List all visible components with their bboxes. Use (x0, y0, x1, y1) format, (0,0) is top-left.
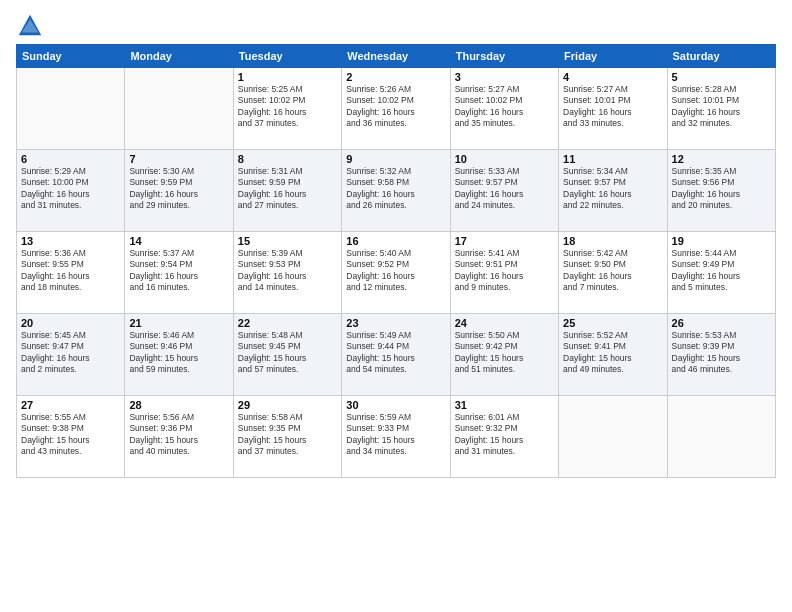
day-number: 7 (129, 153, 228, 165)
day-number: 30 (346, 399, 445, 411)
calendar-header-monday: Monday (125, 45, 233, 68)
day-info: Sunrise: 5:56 AM Sunset: 9:36 PM Dayligh… (129, 412, 228, 458)
calendar-cell (559, 396, 667, 478)
day-info: Sunrise: 5:37 AM Sunset: 9:54 PM Dayligh… (129, 248, 228, 294)
calendar-week-1: 1Sunrise: 5:25 AM Sunset: 10:02 PM Dayli… (17, 68, 776, 150)
day-info: Sunrise: 5:25 AM Sunset: 10:02 PM Daylig… (238, 84, 337, 130)
calendar-cell: 17Sunrise: 5:41 AM Sunset: 9:51 PM Dayli… (450, 232, 558, 314)
calendar-cell: 18Sunrise: 5:42 AM Sunset: 9:50 PM Dayli… (559, 232, 667, 314)
calendar-cell (125, 68, 233, 150)
calendar-cell: 9Sunrise: 5:32 AM Sunset: 9:58 PM Daylig… (342, 150, 450, 232)
calendar-cell: 21Sunrise: 5:46 AM Sunset: 9:46 PM Dayli… (125, 314, 233, 396)
calendar-cell: 29Sunrise: 5:58 AM Sunset: 9:35 PM Dayli… (233, 396, 341, 478)
day-number: 17 (455, 235, 554, 247)
day-info: Sunrise: 5:46 AM Sunset: 9:46 PM Dayligh… (129, 330, 228, 376)
calendar-cell: 15Sunrise: 5:39 AM Sunset: 9:53 PM Dayli… (233, 232, 341, 314)
calendar-cell: 8Sunrise: 5:31 AM Sunset: 9:59 PM Daylig… (233, 150, 341, 232)
calendar-cell: 1Sunrise: 5:25 AM Sunset: 10:02 PM Dayli… (233, 68, 341, 150)
day-number: 1 (238, 71, 337, 83)
day-number: 11 (563, 153, 662, 165)
day-info: Sunrise: 5:52 AM Sunset: 9:41 PM Dayligh… (563, 330, 662, 376)
day-number: 18 (563, 235, 662, 247)
calendar-cell: 10Sunrise: 5:33 AM Sunset: 9:57 PM Dayli… (450, 150, 558, 232)
day-info: Sunrise: 5:29 AM Sunset: 10:00 PM Daylig… (21, 166, 120, 212)
day-info: Sunrise: 5:53 AM Sunset: 9:39 PM Dayligh… (672, 330, 771, 376)
day-info: Sunrise: 5:36 AM Sunset: 9:55 PM Dayligh… (21, 248, 120, 294)
calendar-cell: 16Sunrise: 5:40 AM Sunset: 9:52 PM Dayli… (342, 232, 450, 314)
day-info: Sunrise: 5:33 AM Sunset: 9:57 PM Dayligh… (455, 166, 554, 212)
day-info: Sunrise: 5:40 AM Sunset: 9:52 PM Dayligh… (346, 248, 445, 294)
day-number: 5 (672, 71, 771, 83)
calendar-cell: 2Sunrise: 5:26 AM Sunset: 10:02 PM Dayli… (342, 68, 450, 150)
day-info: Sunrise: 5:49 AM Sunset: 9:44 PM Dayligh… (346, 330, 445, 376)
logo (16, 12, 48, 40)
day-info: Sunrise: 5:48 AM Sunset: 9:45 PM Dayligh… (238, 330, 337, 376)
day-info: Sunrise: 5:44 AM Sunset: 9:49 PM Dayligh… (672, 248, 771, 294)
day-number: 31 (455, 399, 554, 411)
day-number: 3 (455, 71, 554, 83)
day-number: 26 (672, 317, 771, 329)
calendar-cell: 27Sunrise: 5:55 AM Sunset: 9:38 PM Dayli… (17, 396, 125, 478)
calendar-cell: 28Sunrise: 5:56 AM Sunset: 9:36 PM Dayli… (125, 396, 233, 478)
day-info: Sunrise: 5:28 AM Sunset: 10:01 PM Daylig… (672, 84, 771, 130)
calendar-cell (667, 396, 775, 478)
logo-icon (16, 12, 44, 40)
day-number: 14 (129, 235, 228, 247)
day-number: 27 (21, 399, 120, 411)
day-info: Sunrise: 5:41 AM Sunset: 9:51 PM Dayligh… (455, 248, 554, 294)
day-info: Sunrise: 5:32 AM Sunset: 9:58 PM Dayligh… (346, 166, 445, 212)
calendar-cell: 6Sunrise: 5:29 AM Sunset: 10:00 PM Dayli… (17, 150, 125, 232)
calendar-cell: 4Sunrise: 5:27 AM Sunset: 10:01 PM Dayli… (559, 68, 667, 150)
calendar-table: SundayMondayTuesdayWednesdayThursdayFrid… (16, 44, 776, 478)
calendar-week-4: 20Sunrise: 5:45 AM Sunset: 9:47 PM Dayli… (17, 314, 776, 396)
calendar-header-thursday: Thursday (450, 45, 558, 68)
day-number: 28 (129, 399, 228, 411)
day-number: 15 (238, 235, 337, 247)
calendar-cell: 5Sunrise: 5:28 AM Sunset: 10:01 PM Dayli… (667, 68, 775, 150)
calendar-cell: 23Sunrise: 5:49 AM Sunset: 9:44 PM Dayli… (342, 314, 450, 396)
calendar-cell: 14Sunrise: 5:37 AM Sunset: 9:54 PM Dayli… (125, 232, 233, 314)
day-info: Sunrise: 5:58 AM Sunset: 9:35 PM Dayligh… (238, 412, 337, 458)
calendar-header-sunday: Sunday (17, 45, 125, 68)
day-info: Sunrise: 6:01 AM Sunset: 9:32 PM Dayligh… (455, 412, 554, 458)
day-number: 4 (563, 71, 662, 83)
calendar-cell (17, 68, 125, 150)
day-info: Sunrise: 5:31 AM Sunset: 9:59 PM Dayligh… (238, 166, 337, 212)
day-number: 29 (238, 399, 337, 411)
day-number: 2 (346, 71, 445, 83)
calendar-cell: 25Sunrise: 5:52 AM Sunset: 9:41 PM Dayli… (559, 314, 667, 396)
calendar-header-tuesday: Tuesday (233, 45, 341, 68)
day-info: Sunrise: 5:35 AM Sunset: 9:56 PM Dayligh… (672, 166, 771, 212)
calendar-cell: 19Sunrise: 5:44 AM Sunset: 9:49 PM Dayli… (667, 232, 775, 314)
calendar-header-friday: Friday (559, 45, 667, 68)
day-number: 16 (346, 235, 445, 247)
day-number: 6 (21, 153, 120, 165)
calendar-week-3: 13Sunrise: 5:36 AM Sunset: 9:55 PM Dayli… (17, 232, 776, 314)
day-number: 10 (455, 153, 554, 165)
day-info: Sunrise: 5:50 AM Sunset: 9:42 PM Dayligh… (455, 330, 554, 376)
day-info: Sunrise: 5:59 AM Sunset: 9:33 PM Dayligh… (346, 412, 445, 458)
calendar-cell: 3Sunrise: 5:27 AM Sunset: 10:02 PM Dayli… (450, 68, 558, 150)
day-number: 9 (346, 153, 445, 165)
calendar-cell: 30Sunrise: 5:59 AM Sunset: 9:33 PM Dayli… (342, 396, 450, 478)
calendar-cell: 24Sunrise: 5:50 AM Sunset: 9:42 PM Dayli… (450, 314, 558, 396)
calendar-cell: 12Sunrise: 5:35 AM Sunset: 9:56 PM Dayli… (667, 150, 775, 232)
day-number: 24 (455, 317, 554, 329)
calendar-cell: 13Sunrise: 5:36 AM Sunset: 9:55 PM Dayli… (17, 232, 125, 314)
header (16, 12, 776, 40)
calendar-header-wednesday: Wednesday (342, 45, 450, 68)
calendar-cell: 31Sunrise: 6:01 AM Sunset: 9:32 PM Dayli… (450, 396, 558, 478)
day-info: Sunrise: 5:45 AM Sunset: 9:47 PM Dayligh… (21, 330, 120, 376)
day-number: 12 (672, 153, 771, 165)
calendar-cell: 11Sunrise: 5:34 AM Sunset: 9:57 PM Dayli… (559, 150, 667, 232)
calendar-week-2: 6Sunrise: 5:29 AM Sunset: 10:00 PM Dayli… (17, 150, 776, 232)
day-info: Sunrise: 5:27 AM Sunset: 10:02 PM Daylig… (455, 84, 554, 130)
day-info: Sunrise: 5:55 AM Sunset: 9:38 PM Dayligh… (21, 412, 120, 458)
day-number: 8 (238, 153, 337, 165)
calendar-cell: 20Sunrise: 5:45 AM Sunset: 9:47 PM Dayli… (17, 314, 125, 396)
day-number: 19 (672, 235, 771, 247)
calendar-cell: 7Sunrise: 5:30 AM Sunset: 9:59 PM Daylig… (125, 150, 233, 232)
day-info: Sunrise: 5:27 AM Sunset: 10:01 PM Daylig… (563, 84, 662, 130)
day-number: 21 (129, 317, 228, 329)
calendar-week-5: 27Sunrise: 5:55 AM Sunset: 9:38 PM Dayli… (17, 396, 776, 478)
